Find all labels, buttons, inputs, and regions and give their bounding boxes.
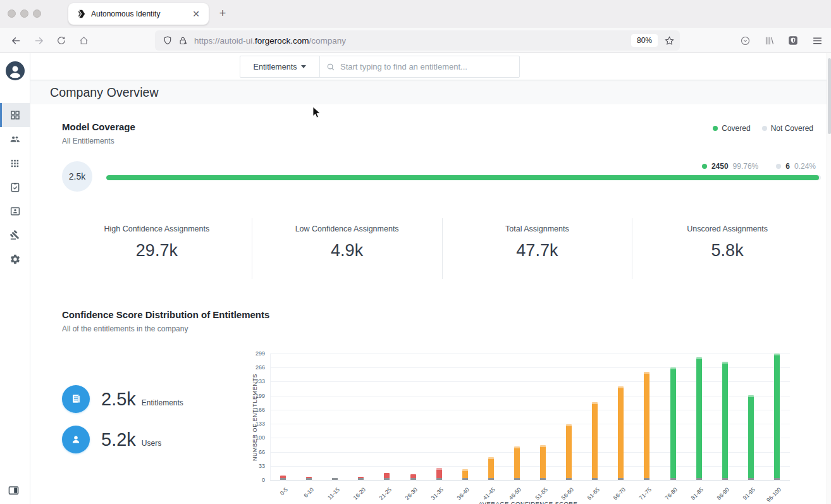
bar-gray-base [644,478,649,480]
bar-top-cap [592,402,598,404]
x-tick-label: 16-20 [335,486,366,504]
page-content: Company Overview Model Coverage All Enti… [30,80,827,504]
settings-gear-icon [9,254,21,265]
bar-top-cap [618,386,624,388]
bar-gray-base [592,478,598,480]
sidebar-item-identities[interactable] [0,199,30,223]
browser-tab[interactable]: Autonomous Identity ✕ [68,3,209,25]
model-coverage-header: Model Coverage All Entitlements Covered … [62,121,822,145]
bar [410,474,416,480]
bar-gray-base [618,478,624,480]
user-avatar[interactable] [6,61,25,80]
entitlements-label: Entitlements [142,398,183,407]
y-tick-label: 233 [245,378,265,384]
bar [592,402,598,480]
search-input[interactable] [340,62,513,71]
distribution-subtitle: All of the entitlements in the company [62,324,822,333]
collapse-panel-button[interactable] [8,486,19,498]
stat-unscored-assignments: Unscored Assignments 5.8k [632,218,822,279]
gridline [270,466,790,467]
bookmark-star-icon[interactable] [664,35,675,46]
library-button[interactable] [761,33,777,48]
bar-top-cap [774,353,780,355]
address-bar[interactable]: https://autoid-ui.forgerock.com/company … [155,30,680,51]
account-shield-icon [787,35,799,46]
back-button[interactable] [8,33,23,48]
home-button[interactable] [76,33,91,48]
bar-top-cap [748,395,754,397]
bar-gray-base [540,478,546,480]
coverage-stats-row: High Confidence Assignments 29.7k Low Co… [62,218,822,279]
bar [462,469,468,480]
coverage-progress-bar [106,175,821,180]
chevron-down-icon [301,65,306,68]
y-tick-label: 66 [245,449,265,455]
identity-card-icon [9,206,21,217]
bar [722,362,728,480]
lock-icon[interactable] [178,36,188,46]
bar [332,478,338,480]
x-tick-label: 26-30 [388,486,419,504]
tab-close-icon[interactable]: ✕ [190,8,202,20]
bar [618,386,624,480]
sidebar-item-certifications[interactable] [0,175,30,199]
covered-pct: 99.76% [733,162,759,171]
x-axis-line [270,480,790,481]
new-tab-button[interactable]: + [216,7,230,21]
menu-button[interactable] [809,33,825,48]
bar [384,473,390,480]
sidebar-item-dashboard[interactable] [0,103,30,127]
covered-dot-icon [702,164,707,169]
x-tick-label: 21-25 [362,486,393,504]
coverage-legend: Covered Not Covered [713,124,813,133]
window-minimize-button[interactable] [20,9,28,18]
sidebar-item-applications[interactable] [0,151,30,175]
window-maximize-button[interactable] [33,9,41,18]
bar-gray-base [748,478,754,480]
reload-button[interactable] [54,33,69,48]
bar-gray-base [774,478,780,480]
account-shield-button[interactable] [785,33,801,48]
bar [280,476,286,480]
tracking-shield-icon[interactable] [163,35,173,46]
scrollbar-thumb[interactable] [828,58,831,134]
model-coverage-title: Model Coverage [62,121,135,132]
bar [358,477,364,480]
sidebar-item-rules[interactable] [0,223,30,247]
bar-top-cap [696,357,702,359]
x-tick-label: 81-85 [674,486,705,504]
bar-gray-base [696,478,702,480]
gavel-icon [9,230,21,241]
scope-dropdown[interactable]: Entitlements [240,56,320,77]
entitlements-icon [62,385,90,413]
users-label: Users [142,439,161,448]
covered-dot-icon [713,126,718,131]
window-close-button[interactable] [8,9,16,18]
legend-item-covered: Covered [713,124,750,133]
bar [514,446,520,480]
coverage-counts: 2450 99.76% 6 0.24% [702,162,816,171]
not-covered-count: 6 [785,162,790,171]
sidebar-item-users[interactable] [0,127,30,151]
x-tick-label: 11-15 [309,486,340,504]
coverage-progress-fill [106,175,819,180]
hamburger-menu-icon [812,35,823,46]
bar-gray-base [384,478,390,480]
x-tick-label: 86-90 [699,486,730,504]
stat-total-assignments: Total Assignments 47.7k [442,218,632,279]
users-icon [9,133,21,145]
apps-grid-icon [9,158,20,169]
page-scrollbar[interactable] [827,53,831,504]
browser-window: Autonomous Identity ✕ + https://autoid-u… [0,0,831,504]
bar-gray-base [332,478,338,480]
bar-gray-base [436,478,442,480]
zoom-level-badge[interactable]: 80% [631,34,658,47]
pocket-button[interactable] [737,33,753,48]
x-tick-label: 96-100 [751,486,782,504]
sidebar-item-settings[interactable] [0,247,30,271]
confidence-chart: NUMBER OF ENTITLEMENTS AVERAGE CONFIDENC… [243,346,803,504]
browser-toolbar-right [737,33,825,48]
forward-button[interactable] [31,33,46,48]
reload-icon [56,35,66,46]
bar-gray-base [514,478,520,480]
